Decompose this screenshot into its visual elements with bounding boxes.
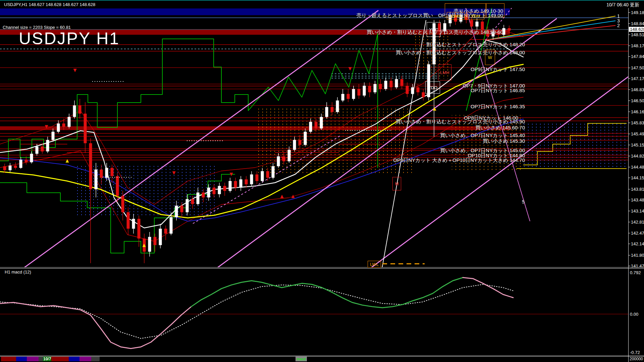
pane-separator-bottom xyxy=(0,355,644,356)
price-axis-divider xyxy=(628,8,629,362)
candle-body xyxy=(325,107,328,117)
candle-body xyxy=(218,186,221,194)
price-axis-label: 143.810 xyxy=(631,187,644,192)
candle-body xyxy=(293,140,296,149)
candle-body xyxy=(170,217,173,234)
price-axis-label: 144.150 xyxy=(631,175,644,180)
candle-body xyxy=(395,79,398,87)
candle-body xyxy=(299,140,302,145)
price-axis-label: 148.510 xyxy=(631,32,644,37)
chart-label-box: YDC xyxy=(427,22,441,37)
candle-body xyxy=(36,146,39,154)
price-axis-label: 143.480 xyxy=(631,197,644,202)
candle-body xyxy=(111,168,114,176)
axis-tick xyxy=(628,255,630,255)
trendline-number-label: 2 xyxy=(617,23,620,28)
macd-main-line xyxy=(463,278,513,298)
macd-toggle-button[interactable]: macd ON xyxy=(296,357,307,361)
price-axis-label: 141.800 xyxy=(631,253,644,258)
axis-tick xyxy=(628,244,630,244)
candle-body xyxy=(400,79,404,86)
candle-body xyxy=(186,199,189,212)
up-arrow-icon: ▲ xyxy=(432,106,437,112)
period-segment xyxy=(1,357,16,361)
macd-pane xyxy=(0,278,628,349)
price-axis-label: 142.810 xyxy=(631,220,644,225)
candle-body xyxy=(68,117,71,127)
period-segment xyxy=(16,357,27,361)
price-axis-label: 144.480 xyxy=(631,165,644,170)
candle-body xyxy=(374,84,377,93)
candle-body xyxy=(288,150,291,161)
axis-tick xyxy=(628,23,630,24)
axis-tick xyxy=(628,222,630,222)
axis-tick xyxy=(628,46,630,46)
candle-body xyxy=(347,94,350,99)
candle-body xyxy=(250,174,253,184)
candle-body xyxy=(9,166,12,170)
macd-main-line xyxy=(0,302,191,348)
price-axis-label: 142.140 xyxy=(631,241,644,246)
date-segment-label: 10/7 xyxy=(43,357,51,361)
axis-tick xyxy=(628,156,630,156)
macd-main-line xyxy=(191,278,463,308)
candle-body xyxy=(84,114,87,143)
price-annotation: 買い小さめ・割り込むとストップロス売り小さめ 145.90 xyxy=(396,119,525,125)
period-segment xyxy=(91,357,100,361)
axis-tick xyxy=(628,200,630,200)
candle-body xyxy=(180,206,183,213)
price-axis-label: 146.160 xyxy=(631,109,644,114)
axis-tick xyxy=(628,101,630,101)
axis-tick xyxy=(628,211,630,211)
candle-body xyxy=(154,237,157,245)
candle-body xyxy=(105,168,108,178)
candle-body xyxy=(100,170,103,178)
down-arrow-icon: ▼ xyxy=(228,171,234,177)
candle-body xyxy=(127,212,130,229)
candle-body xyxy=(95,170,98,189)
candle-body xyxy=(41,146,44,152)
down-arrow-icon: ▼ xyxy=(72,67,78,73)
pane-separator-top2 xyxy=(0,268,644,268)
candle-body xyxy=(476,21,479,26)
chart-canvas[interactable] xyxy=(0,0,644,362)
candle-body xyxy=(379,84,382,89)
axis-tick xyxy=(628,167,630,167)
candle-body xyxy=(223,186,226,191)
price-axis-label: 147.500 xyxy=(631,65,644,70)
price-annotation: 買い小さめ 145.30 xyxy=(483,138,525,144)
pane-separator-top[interactable] xyxy=(0,267,644,267)
candle-body xyxy=(315,122,318,129)
down-arrow-icon: ▼ xyxy=(171,170,177,176)
macd-signal-line xyxy=(0,285,513,339)
candle-body xyxy=(341,94,344,101)
candle-body xyxy=(234,181,237,188)
candle-body xyxy=(229,181,232,191)
candle-body xyxy=(422,92,425,97)
chart-label-box: LWH xyxy=(447,12,465,19)
price-annotation: 買い小さめ・割り込むとストップロス売り小さめ 148.00 xyxy=(396,50,525,56)
axis-tick xyxy=(628,89,630,90)
axis-tick xyxy=(628,68,630,68)
axis-tick xyxy=(628,56,630,57)
price-axis-label: 149.180 xyxy=(631,10,644,15)
price-axis-label: 141.470 xyxy=(631,263,644,268)
axis-tick xyxy=(628,112,630,112)
candle-body xyxy=(121,196,124,212)
candle-body xyxy=(261,171,264,181)
candle-body xyxy=(132,219,135,229)
axis-tick xyxy=(628,233,630,233)
price-axis-label: 148.840 xyxy=(631,21,644,26)
axis-tick xyxy=(628,134,630,134)
price-annotation: OP9日NYカット 大きめ＋OP10日NYカット大きめ 144.70 xyxy=(393,157,525,164)
price-axis-label: 143.140 xyxy=(631,208,644,214)
candle-body xyxy=(78,106,82,114)
candle-body xyxy=(256,174,259,181)
candle-body xyxy=(470,20,473,27)
down-arrow-icon: ▼ xyxy=(280,155,285,161)
price-axis-label: 148.170 xyxy=(631,43,644,48)
price-axis-label: 147.840 xyxy=(631,54,644,59)
price-axis-label: 145.150 xyxy=(631,142,644,147)
period-segment xyxy=(27,357,39,361)
up-arrow-icon: ▲ xyxy=(279,193,285,199)
